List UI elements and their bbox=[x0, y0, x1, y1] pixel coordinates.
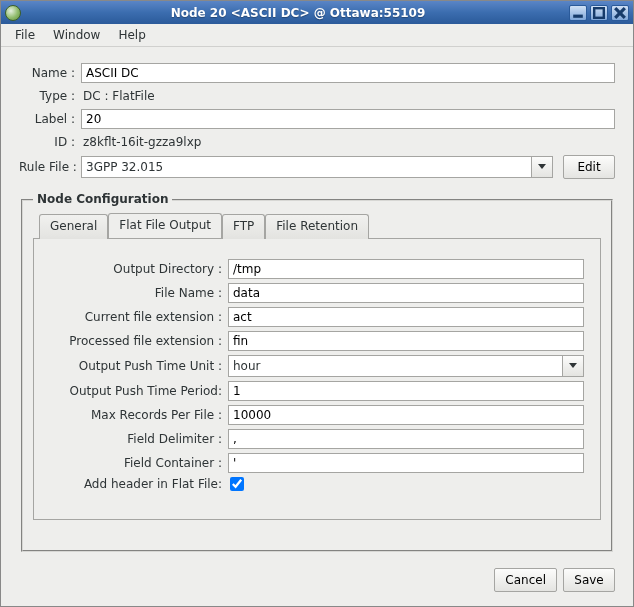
field-container-label: Field Container : bbox=[50, 456, 228, 470]
tab-bar: General Flat File Output FTP File Retent… bbox=[33, 213, 601, 238]
svg-marker-4 bbox=[538, 164, 546, 169]
menubar: File Window Help bbox=[1, 24, 633, 47]
type-label: Type : bbox=[19, 89, 81, 103]
minimize-icon[interactable] bbox=[569, 5, 587, 21]
tab-panel-flat-file-output: Output Directory : File Name : Current f… bbox=[33, 238, 601, 520]
window-buttons bbox=[569, 5, 629, 21]
menu-help[interactable]: Help bbox=[110, 26, 153, 44]
tab-flat-file-output[interactable]: Flat File Output bbox=[108, 213, 222, 238]
max-records-input[interactable] bbox=[228, 405, 584, 425]
output-push-time-period-label: Output Push Time Period: bbox=[50, 384, 228, 398]
rulefile-label: Rule File : bbox=[19, 160, 81, 174]
name-label: Name : bbox=[19, 66, 81, 80]
output-push-time-unit-combo[interactable]: hour bbox=[228, 355, 584, 377]
name-input[interactable] bbox=[81, 63, 615, 83]
rulefile-combo[interactable]: 3GPP 32.015 bbox=[81, 156, 553, 178]
add-header-label: Add header in Flat File: bbox=[50, 477, 228, 491]
field-delimiter-input[interactable] bbox=[228, 429, 584, 449]
menu-window[interactable]: Window bbox=[45, 26, 108, 44]
maximize-icon[interactable] bbox=[590, 5, 608, 21]
output-push-time-unit-label: Output Push Time Unit : bbox=[50, 359, 228, 373]
id-label: ID : bbox=[19, 135, 81, 149]
group-title: Node Configuration bbox=[33, 192, 172, 206]
processed-file-ext-label: Processed file extension : bbox=[50, 334, 228, 348]
processed-file-ext-input[interactable] bbox=[228, 331, 584, 351]
current-file-ext-label: Current file extension : bbox=[50, 310, 228, 324]
field-delimiter-label: Field Delimiter : bbox=[50, 432, 228, 446]
window-title: Node 20 <ASCII DC> @ Ottawa:55109 bbox=[27, 6, 569, 20]
tab-file-retention[interactable]: File Retention bbox=[265, 214, 369, 239]
node-configuration-group: Node Configuration General Flat File Out… bbox=[21, 199, 613, 552]
add-header-checkbox[interactable] bbox=[230, 477, 244, 491]
chevron-down-icon[interactable] bbox=[531, 157, 552, 177]
output-push-time-unit-text: hour bbox=[229, 356, 562, 376]
type-value: DC : FlatFile bbox=[81, 89, 615, 103]
edit-button[interactable]: Edit bbox=[563, 155, 615, 179]
max-records-label: Max Records Per File : bbox=[50, 408, 228, 422]
svg-rect-1 bbox=[594, 8, 604, 18]
tab-ftp[interactable]: FTP bbox=[222, 214, 265, 239]
dialog-footer: Cancel Save bbox=[19, 552, 615, 592]
svg-marker-5 bbox=[569, 363, 577, 368]
menu-file[interactable]: File bbox=[7, 26, 43, 44]
cancel-button[interactable]: Cancel bbox=[494, 568, 557, 592]
app-icon bbox=[5, 5, 21, 21]
output-directory-input[interactable] bbox=[228, 259, 584, 279]
save-button[interactable]: Save bbox=[563, 568, 615, 592]
node-editor-window: Node 20 <ASCII DC> @ Ottawa:55109 File W… bbox=[0, 0, 634, 607]
rulefile-combo-text: 3GPP 32.015 bbox=[82, 157, 531, 177]
file-name-input[interactable] bbox=[228, 283, 584, 303]
close-icon[interactable] bbox=[611, 5, 629, 21]
window-body: Name : Type : DC : FlatFile Label : ID :… bbox=[1, 47, 633, 606]
label-label: Label : bbox=[19, 112, 81, 126]
output-push-time-period-input[interactable] bbox=[228, 381, 584, 401]
field-container-input[interactable] bbox=[228, 453, 584, 473]
file-name-label: File Name : bbox=[50, 286, 228, 300]
chevron-down-icon[interactable] bbox=[562, 356, 583, 376]
tab-general[interactable]: General bbox=[39, 214, 108, 239]
titlebar: Node 20 <ASCII DC> @ Ottawa:55109 bbox=[1, 1, 633, 24]
id-value: z8kflt-16it-gzza9lxp bbox=[81, 135, 615, 149]
current-file-ext-input[interactable] bbox=[228, 307, 584, 327]
label-input[interactable] bbox=[81, 109, 615, 129]
output-directory-label: Output Directory : bbox=[50, 262, 228, 276]
